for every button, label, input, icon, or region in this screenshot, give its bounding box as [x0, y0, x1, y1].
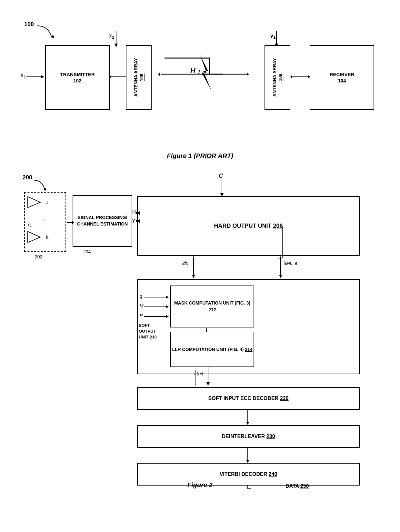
svg-marker-10 [247, 73, 249, 76]
s1-sub: 1 [24, 75, 26, 79]
fig2-caption: Figure 2 [19, 481, 381, 489]
svg-marker-41 [206, 382, 210, 386]
k1-label: k1 [46, 235, 50, 241]
receiver-box: RECEIVER 104 [310, 45, 374, 110]
y1-dashed: y1 [27, 221, 32, 227]
transmitter-box: TRANSMITTER 102 [45, 45, 110, 110]
svg-marker-19 [72, 221, 74, 224]
hard-output-box: HARD OUTPUT UNIT 206 [137, 196, 360, 256]
svg-marker-31 [166, 305, 169, 308]
antenna108-label: ANTENNA ARRAY 108 [272, 58, 283, 97]
mask-comp-label: MASK COMPUTATION UNIT (FIG. 3) 212 [174, 300, 250, 313]
transmitter-label: TRANSMITTER 102 [60, 71, 95, 84]
hard-output-label: HARD OUTPUT UNIT 206 [214, 223, 283, 229]
s1-label: s1 [21, 73, 26, 79]
fig1-caption: Figure 1 (PRIOR ART) [19, 152, 381, 160]
svg-marker-9 [158, 73, 160, 76]
ecc-deint-arrow [245, 410, 251, 426]
M-label: M [140, 303, 144, 308]
deinterleaver-box: DEINTERLEAVER 230 [137, 425, 360, 448]
channel-lightning [158, 48, 258, 100]
deint-viterbi-arrow [245, 448, 251, 464]
page: 100 s1 TRANSMITTER 102 x1 [0, 0, 400, 532]
ecc-label: SOFT INPUT ECC DECODER 220 [208, 396, 289, 401]
svg-marker-45 [246, 460, 249, 463]
ecc-box: SOFT INPUT ECC DECODER 220 [137, 387, 360, 410]
lambda-to-mask [277, 226, 303, 290]
llr-down-arrow [205, 367, 211, 386]
antenna106-label: ANTENNA ARRAY 106 [133, 58, 145, 97]
q-arrow [144, 295, 170, 300]
sig-proc-box: SIGNAL PROCESSING/ CHANNEL ESTIMATION [73, 195, 132, 247]
sig-proc-label: SIGNAL PROCESSING/ CHANNEL ESTIMATION [73, 215, 132, 227]
antenna106-box: ANTENNA ARRAY 106 [126, 45, 152, 110]
q-label: q [140, 294, 142, 299]
arr-202-204 [67, 219, 75, 226]
idx-tilde: ~ [194, 257, 196, 263]
one-label: 1 [46, 200, 48, 205]
y-out-label: y [132, 217, 135, 223]
svg-marker-5 [110, 75, 111, 78]
dots-label: ⋮ [41, 219, 47, 226]
svg-marker-33 [166, 315, 169, 318]
triangle1-svg [27, 196, 44, 209]
idx-label: idx [182, 261, 188, 266]
P-arrow [144, 314, 170, 319]
svg-marker-17 [27, 231, 40, 243]
svg-marker-16 [27, 196, 40, 208]
deinterleaver-label: DEINTERLEAVER 230 [222, 434, 275, 439]
P-label: P [140, 313, 143, 318]
soft-output-label: SOFTOUTPUTUNIT 210 [139, 323, 157, 340]
llr-box: LLR COMPUTATION UNIT (FIG. 4) 214 [170, 332, 254, 367]
arrow-100-svg [19, 19, 84, 45]
llr-label: LLR COMPUTATION UNIT (FIG. 4) 214 [172, 346, 252, 353]
svg-marker-43 [246, 422, 249, 425]
svg-marker-23 [136, 219, 140, 224]
c-arrow [219, 178, 225, 197]
svg-marker-2 [41, 75, 44, 78]
s1-arrow [26, 74, 47, 80]
antenna108-box: ANTENNA ARRAY 108 [265, 45, 290, 110]
svg-marker-15 [44, 188, 46, 192]
ref-202: 202 [35, 254, 42, 259]
svg-marker-13 [290, 75, 292, 78]
receiver-label: RECEIVER 104 [330, 71, 355, 84]
arrow-200-svg [19, 174, 68, 194]
figure2-container: 200 1 ⋮ y1 k1 [19, 174, 381, 471]
mask-comp-box: MASK COMPUTATION UNIT (FIG. 3) 212 [170, 286, 254, 327]
lbi-tilde: ~ [196, 369, 199, 375]
viterbi-label: VITERBI DECODER 240 [220, 471, 277, 477]
svg-marker-3 [115, 44, 118, 47]
H-arrow [136, 211, 140, 216]
antenna-recv-202-box: 1 ⋮ y1 k1 [24, 192, 66, 252]
svg-marker-29 [166, 296, 169, 299]
H-out-label: H [132, 209, 136, 215]
y-arrow [136, 219, 140, 224]
triangle2-svg [27, 231, 44, 244]
M-arrow [144, 305, 170, 309]
svg-marker-22 [136, 211, 140, 216]
figure1-container: 100 s1 TRANSMITTER 102 x1 [19, 19, 381, 155]
ant108-rx-arrow [290, 74, 312, 80]
ref-204: 204 [83, 249, 91, 254]
svg-marker-25 [192, 275, 195, 278]
